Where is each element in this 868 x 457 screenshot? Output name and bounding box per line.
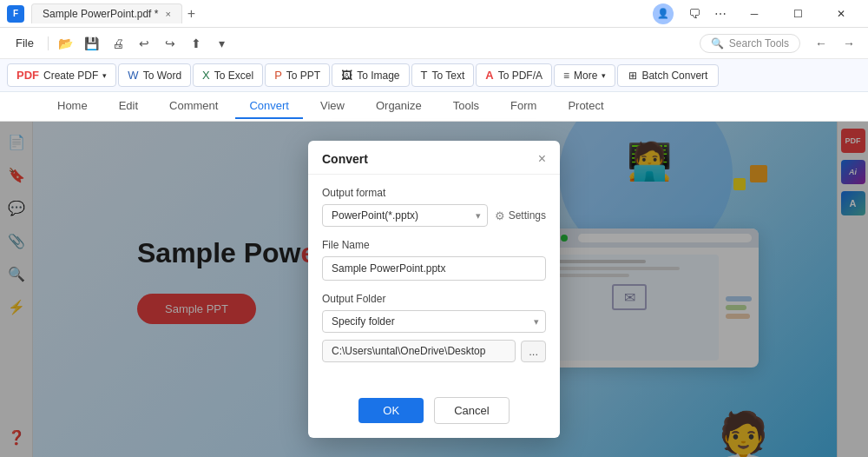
modal-body: Output format PowerPoint(*.pptx) ⚙ Setti…: [308, 175, 560, 388]
more-options-icon[interactable]: ⋯: [710, 3, 731, 24]
more-convert-button[interactable]: ≡ More ▾: [554, 64, 615, 87]
modal-title: Convert: [322, 152, 368, 166]
nav-protect[interactable]: Protect: [554, 94, 617, 119]
nav-form[interactable]: Form: [496, 94, 550, 119]
modal-close-button[interactable]: ×: [538, 151, 546, 167]
cancel-button[interactable]: Cancel: [434, 397, 509, 424]
to-word-button[interactable]: W To Word: [118, 63, 191, 87]
to-image-label: To Image: [357, 70, 399, 82]
search-tools-bar[interactable]: 🔍 Search Tools: [700, 34, 800, 53]
to-excel-button[interactable]: X To Excel: [193, 63, 263, 87]
settings-button[interactable]: ⚙ Settings: [495, 209, 546, 222]
output-format-select-wrapper: PowerPoint(*.pptx): [322, 204, 488, 227]
redo-button[interactable]: ↪: [158, 31, 182, 56]
to-text-label: To Text: [431, 70, 464, 82]
forward-button[interactable]: →: [837, 31, 861, 56]
specify-folder-select[interactable]: Specify folder: [322, 310, 546, 333]
minimize-button[interactable]: ─: [734, 1, 774, 27]
file-name-label: File Name: [322, 239, 546, 251]
print-button[interactable]: 🖨: [106, 31, 130, 56]
search-icon: 🔍: [711, 37, 724, 50]
nav-tools[interactable]: Tools: [439, 94, 493, 119]
open-button[interactable]: 📂: [54, 31, 78, 56]
create-pdf-button[interactable]: PDF Create PDF ▾: [7, 63, 116, 87]
app-logo: F: [7, 5, 24, 23]
back-button[interactable]: ←: [809, 31, 833, 56]
modal-overlay: Convert × Output format PowerPoint(*.ppt…: [0, 122, 868, 457]
to-ppt-icon: P: [274, 69, 282, 82]
to-pdfa-icon: A: [485, 69, 493, 82]
browse-button[interactable]: ...: [521, 341, 546, 362]
menubar: File 📂 💾 🖨 ↩ ↪ ⬆ ▾ 🔍 Search Tools ← →: [0, 28, 868, 59]
navbar: Home Edit Comment Convert View Organize …: [0, 92, 868, 122]
create-pdf-dropdown-icon: ▾: [102, 71, 107, 80]
file-menu[interactable]: File: [7, 33, 43, 53]
more-icon: ≡: [563, 70, 569, 82]
nav-back-forward: ← →: [809, 31, 861, 56]
to-pdfa-label: To PDF/A: [498, 70, 542, 82]
path-input[interactable]: [322, 340, 516, 362]
to-ppt-button[interactable]: P To PPT: [265, 63, 330, 87]
convert-modal: Convert × Output format PowerPoint(*.ppt…: [308, 141, 560, 438]
to-pdfa-button[interactable]: A To PDF/A: [476, 63, 552, 87]
output-format-select[interactable]: PowerPoint(*.pptx): [322, 204, 488, 227]
file-name-input[interactable]: [322, 256, 546, 281]
settings-label: Settings: [509, 209, 546, 222]
tab-close-button[interactable]: ×: [165, 9, 170, 19]
notifications-icon[interactable]: 🗨: [684, 3, 705, 24]
to-word-icon: W: [128, 69, 138, 82]
specify-folder-wrapper: Specify folder: [322, 310, 546, 333]
to-word-label: To Word: [143, 70, 181, 82]
nav-home[interactable]: Home: [43, 94, 102, 119]
tab-title: Sample PowerPoint.pdf *: [43, 8, 158, 20]
output-folder-select-wrapper: Specify folder: [322, 310, 546, 333]
create-pdf-label: Create PDF: [43, 70, 98, 82]
nav-view[interactable]: View: [306, 94, 358, 119]
nav-organize[interactable]: Organize: [362, 94, 436, 119]
more-dropdown-icon: ▾: [602, 71, 606, 80]
path-row: ...: [322, 340, 546, 362]
nav-comment[interactable]: Comment: [155, 94, 232, 119]
main-content: 📄 🔖 💬 📎 🔍 ⚡ ❓ Sample Power... Sample PPT: [0, 122, 868, 457]
upload-button[interactable]: ⬆: [184, 31, 208, 56]
batch-convert-label: Batch Convert: [641, 70, 707, 82]
titlebar: F Sample PowerPoint.pdf * × + 👤 🗨 ⋯ ─ ☐ …: [0, 0, 868, 28]
user-avatar[interactable]: 👤: [653, 3, 674, 24]
window-controls: 👤 🗨 ⋯ ─ ☐ ✕: [653, 1, 861, 27]
create-pdf-icon: PDF: [16, 69, 39, 82]
to-text-button[interactable]: T To Text: [411, 63, 475, 87]
modal-footer: OK Cancel: [308, 388, 560, 438]
to-excel-label: To Excel: [214, 70, 253, 82]
menubar-separator: [48, 36, 49, 50]
output-format-row: PowerPoint(*.pptx) ⚙ Settings: [322, 204, 546, 227]
batch-convert-button[interactable]: ⊞ Batch Convert: [617, 64, 719, 87]
new-tab-button[interactable]: +: [187, 6, 195, 22]
save-button[interactable]: 💾: [80, 31, 104, 56]
settings-gear-icon: ⚙: [495, 209, 505, 222]
modal-header: Convert ×: [308, 141, 560, 175]
toolbar: PDF Create PDF ▾ W To Word X To Excel P …: [0, 59, 868, 92]
output-folder-label: Output Folder: [322, 293, 546, 305]
to-excel-icon: X: [202, 69, 210, 82]
undo-button[interactable]: ↩: [132, 31, 156, 56]
batch-convert-icon: ⊞: [628, 70, 637, 82]
output-format-label: Output format: [322, 187, 546, 199]
to-image-button[interactable]: 🖼 To Image: [332, 63, 409, 87]
nav-edit[interactable]: Edit: [105, 94, 152, 119]
document-tab[interactable]: Sample PowerPoint.pdf * ×: [31, 3, 182, 23]
more-button[interactable]: ▾: [210, 31, 234, 56]
maximize-button[interactable]: ☐: [778, 1, 818, 27]
ok-button[interactable]: OK: [358, 398, 424, 423]
nav-convert[interactable]: Convert: [235, 94, 303, 119]
close-button[interactable]: ✕: [821, 1, 861, 27]
to-image-icon: 🖼: [341, 69, 352, 82]
to-ppt-label: To PPT: [286, 70, 320, 82]
to-text-icon: T: [421, 69, 428, 82]
search-tools-label: Search Tools: [729, 37, 789, 50]
more-label: More: [574, 70, 597, 82]
